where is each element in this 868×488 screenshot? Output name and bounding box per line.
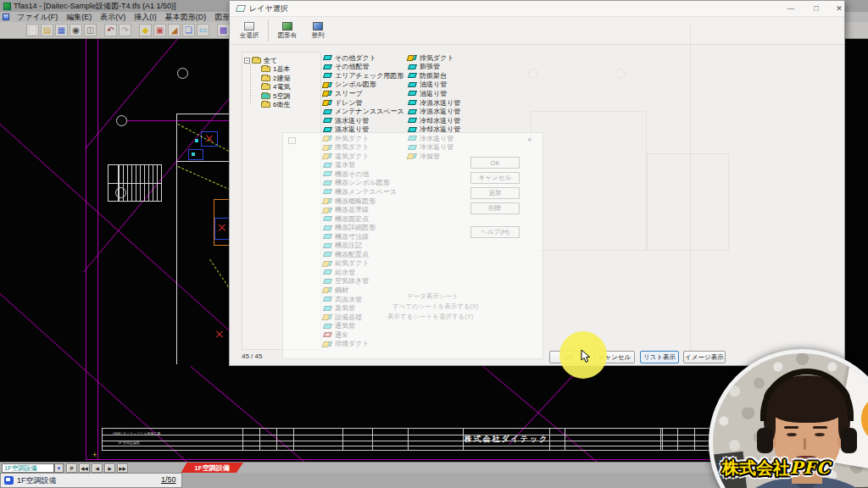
next-sheet-button[interactable]: ▶ [104, 463, 115, 473]
draw-icon[interactable]: ◢ [168, 24, 181, 36]
wall-line [176, 114, 177, 254]
dialog-titlebar[interactable]: レイヤ選択 — □ ✕ [230, 1, 844, 17]
layer-icon [323, 73, 332, 78]
layer-icon [408, 82, 417, 87]
has-figure-button[interactable]: 図形有 [272, 19, 303, 43]
tree-item[interactable]: 1基本 [261, 65, 319, 75]
layer-name: エリアチェック用図形 [335, 71, 403, 80]
mouse-cursor [579, 349, 593, 368]
tree-root[interactable]: 全て [244, 56, 319, 65]
ghost-text: 表示するシートを選択する(Y) [387, 313, 473, 321]
layer-icon [323, 118, 332, 123]
layer-item[interactable]: 油返り管 [408, 89, 509, 98]
app-icon [3, 3, 11, 10]
first-sheet-button[interactable]: ◀◀ [79, 463, 90, 473]
sheet-icon[interactable]: ❏ [182, 24, 195, 36]
open-icon[interactable]: ▤ [41, 24, 53, 36]
prev-sheet-button[interactable]: ◀ [92, 463, 103, 473]
ghost-outline [528, 69, 538, 79]
minimize-icon[interactable]: — [785, 3, 797, 14]
ghost-outline [615, 69, 626, 79]
point-icon[interactable]: ◆ [139, 24, 152, 36]
ghost-cancel-button: キャンセル [470, 172, 520, 184]
window-title: Tfas14 - [Daitec-Sample設備図-T4.tfs (A1 1/… [14, 1, 176, 12]
layer-name: 冷温水送り管 [420, 98, 460, 108]
page-list-button[interactable]: P [66, 463, 77, 473]
layer-name: その他ダクト [335, 53, 376, 63]
menu-item[interactable]: 基本図形(D) [161, 12, 211, 23]
sheet-border-left-outer [86, 39, 86, 459]
sheet-border-left [97, 39, 98, 459]
layer-name: 冷温水返り管 [420, 107, 460, 116]
tree-connector [250, 64, 251, 103]
layer-item[interactable]: 冷温水返り管 [408, 107, 509, 116]
tree-item[interactable]: 6衛生 [261, 101, 319, 110]
find-icon[interactable]: ◉ [70, 24, 82, 36]
diagonal-line [0, 124, 239, 340]
layer-item[interactable]: 冷却水送り管 [408, 116, 509, 125]
tree-expander-icon[interactable] [244, 58, 250, 64]
layer-icon [323, 55, 332, 60]
save-icon[interactable]: ▦ [55, 24, 68, 36]
menu-item[interactable]: 挿入(I) [130, 12, 161, 23]
undo-icon[interactable]: ↶ [104, 24, 117, 36]
tree-item[interactable]: 2建築 [261, 74, 319, 83]
sheet-scale[interactable]: 1/50 [161, 475, 176, 484]
align-icon [313, 22, 323, 30]
tree-item-label: 4電気 [273, 82, 290, 92]
grid-bubble [177, 68, 188, 79]
folder-icon [261, 84, 270, 90]
stairs [108, 164, 162, 202]
select-all-button[interactable]: 全選択 [234, 19, 264, 43]
print-icon[interactable]: ◫ [84, 24, 97, 36]
align-button[interactable]: 整列 [303, 19, 333, 43]
headset-earcup [841, 428, 857, 453]
layer-icon [323, 109, 332, 114]
current-sheet-field[interactable]: 1F空調設備 [0, 473, 182, 488]
tree-item-label: 1基本 [273, 64, 290, 74]
layer-item[interactable]: 排気ダクト [408, 53, 509, 63]
layer-name: 油送り管 [420, 80, 447, 89]
image-view-button[interactable]: イメージ表示 [683, 351, 726, 363]
ghost-dialog-icon [288, 137, 296, 144]
menu-item[interactable]: 表示(V) [96, 12, 130, 23]
tree-item[interactable]: 5空調 [261, 92, 319, 101]
person-eyebrow [784, 426, 798, 429]
layer-select-dialog: レイヤ選択 — □ ✕ 全選択 図形有 整列 [229, 0, 845, 366]
folder-icon [261, 66, 270, 72]
fitting [192, 152, 195, 156]
menu-item[interactable]: ファイル(F) [13, 12, 62, 23]
layer-item[interactable]: 冷温水送り管 [408, 98, 509, 108]
layer-name: 温水送り管 [335, 116, 369, 125]
new-icon[interactable]: ▯ [26, 24, 39, 36]
layer-icon [323, 127, 332, 132]
tree-item-label: 5空調 [273, 92, 290, 101]
layer-item[interactable]: 防振架台 [408, 71, 509, 80]
tree-item[interactable]: 4電気 [261, 83, 319, 92]
drawing-name: 1F 空調設備図 [118, 441, 140, 445]
last-sheet-button[interactable]: ▶▶ [117, 463, 128, 473]
duct-run-dashed [209, 259, 231, 291]
layer-name: シンボル図形 [335, 80, 376, 89]
project-name: (仮称) ダイテックビル新築工事 [113, 431, 160, 435]
layer-dialog-icon [236, 5, 246, 12]
redo-icon[interactable]: ↷ [119, 24, 131, 36]
grid-icon[interactable]: ▩ [217, 24, 230, 36]
layer-name: 膨張管 [420, 62, 440, 71]
person-nose [804, 438, 806, 450]
list-view-button[interactable]: リスト表示 [640, 351, 679, 363]
select-icon[interactable]: ▭ [197, 24, 209, 36]
duct-run-dashed [178, 166, 231, 191]
layer-item[interactable]: 油送り管 [408, 80, 509, 90]
sheet-combo[interactable]: 1F空調設備 [2, 463, 54, 473]
layer-item[interactable]: 膨張管 [408, 63, 509, 72]
toolbar-separator [268, 19, 269, 42]
ghost-ok-button: OK [470, 157, 520, 169]
image-icon[interactable]: ▣ [153, 24, 166, 36]
maximize-icon[interactable]: □ [810, 3, 822, 14]
menu-item[interactable]: 編集(E) [62, 12, 96, 23]
close-icon[interactable]: ✕ [833, 3, 845, 14]
layer-icon [408, 64, 417, 69]
chevron-down-icon[interactable]: ▼ [54, 463, 64, 473]
diagonal-line [85, 39, 178, 149]
